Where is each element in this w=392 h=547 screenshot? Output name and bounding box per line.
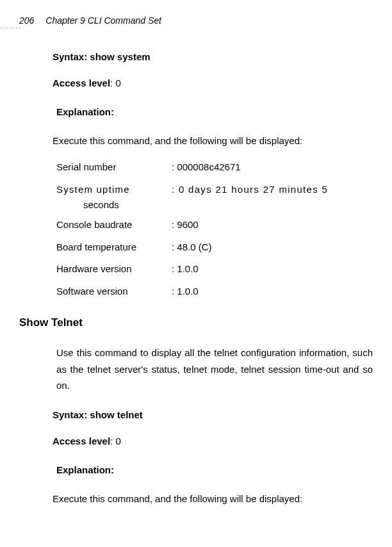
- info-label: Hardware version: [56, 262, 172, 277]
- info-value: : 9600: [172, 218, 373, 233]
- uptime-seconds: seconds: [56, 199, 373, 210]
- chapter-title: Chapter 9 CLI Command Set: [45, 15, 161, 26]
- info-row-temperature: Board temperature : 48.0 (C): [56, 240, 373, 255]
- execute-text: Execute this command, and the following …: [53, 493, 373, 504]
- info-value: : 1.0.0: [172, 284, 373, 299]
- info-value: : 0 days 21 hours 27 minutes 5: [172, 183, 373, 197]
- show-telnet-description: Use this command to display all the teln…: [53, 345, 373, 394]
- explanation-label: Explanation:: [53, 464, 373, 475]
- info-value: : 1.0.0: [172, 262, 373, 277]
- access-level-label: Access level: [53, 436, 110, 446]
- info-row-serial: Serial number : 000008c42671: [56, 160, 373, 175]
- syntax-show-telnet: Syntax: show telnet: [53, 409, 373, 420]
- execute-text: Execute this command, and the following …: [53, 135, 373, 146]
- section-heading-show-telnet: Show Telnet: [19, 316, 373, 329]
- info-row-uptime: System uptime : 0 days 21 hours 27 minut…: [56, 183, 373, 197]
- info-label: Serial number: [56, 160, 172, 175]
- info-label: Board temperature: [56, 240, 172, 255]
- page-content: Syntax: show system Access level: 0 Expl…: [19, 51, 373, 504]
- syntax-show-system: Syntax: show system: [53, 51, 373, 62]
- info-row-baudrate: Console baudrate : 9600: [56, 218, 373, 233]
- info-label: Console baudrate: [56, 218, 172, 233]
- page-number: 206: [19, 15, 34, 26]
- info-label: System uptime: [56, 183, 172, 197]
- access-level-row: Access level: 0: [53, 78, 373, 88]
- access-level-value: : 0: [110, 436, 121, 446]
- info-label: Software version: [56, 284, 172, 299]
- explanation-label: Explanation:: [53, 106, 373, 117]
- info-row-sw-version: Software version : 1.0.0: [56, 284, 373, 299]
- page-header: 206 Chapter 9 CLI Command Set: [19, 15, 373, 26]
- access-level-label: Access level: [53, 78, 110, 88]
- info-value: : 000008c42671: [172, 160, 373, 175]
- decorative-dots: ·······: [0, 24, 21, 31]
- access-level-row: Access level: 0: [53, 436, 373, 446]
- system-info-block: Serial number : 000008c42671 System upti…: [53, 160, 373, 298]
- info-row-hw-version: Hardware version : 1.0.0: [56, 262, 373, 277]
- info-value: : 48.0 (C): [172, 240, 373, 255]
- access-level-value: : 0: [110, 78, 121, 88]
